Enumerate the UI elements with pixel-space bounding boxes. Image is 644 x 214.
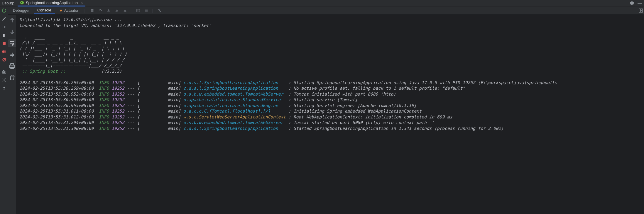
tab-console[interactable]: Console: [34, 7, 55, 14]
console-action-gutter: [8, 15, 16, 214]
evaluate-icon[interactable]: [135, 7, 141, 14]
svg-rect-15: [137, 9, 140, 12]
debug-tool-tabs: Debugger Console Actuator | | |: [8, 6, 644, 15]
svg-rect-18: [641, 11, 643, 12]
camera-icon[interactable]: [2, 69, 6, 74]
pin-icon[interactable]: [2, 86, 6, 91]
run-config-tab[interactable]: SpringbootLearningApplication ×: [18, 0, 85, 6]
debug-topbar: Debug: SpringbootLearningApplication × —: [0, 0, 644, 6]
rerun-icon[interactable]: [2, 8, 6, 13]
svg-point-12: [4, 79, 5, 81]
spring-leaf-icon: [20, 1, 24, 5]
console-output[interactable]: D:\tool\Java\jdk-17.0.9\bin\java.exe ...…: [16, 15, 644, 214]
svg-rect-16: [639, 9, 640, 12]
show-exec-point-icon[interactable]: [89, 7, 95, 14]
svg-rect-2: [3, 34, 4, 37]
up-stack-icon[interactable]: [8, 16, 16, 24]
svg-rect-4: [3, 42, 6, 45]
svg-rect-1: [3, 26, 3, 28]
svg-rect-17: [641, 9, 643, 10]
trace-icon[interactable]: [143, 7, 150, 14]
gear-icon[interactable]: [629, 1, 634, 6]
svg-rect-11: [3, 70, 4, 71]
debug-action-gutter: [0, 6, 8, 214]
stop-icon[interactable]: [2, 41, 6, 46]
modify-run-icon[interactable]: [2, 16, 6, 21]
minimize-icon[interactable]: —: [638, 1, 642, 6]
svg-point-0: [20, 1, 24, 4]
resume-icon[interactable]: [2, 25, 6, 29]
mute-breakpoints-icon[interactable]: [2, 57, 6, 62]
tab-debugger[interactable]: Debugger: [9, 7, 33, 14]
clear-icon[interactable]: [8, 74, 16, 81]
run-to-cursor-icon[interactable]: [122, 7, 128, 14]
debug-label: Debug:: [2, 1, 14, 5]
down-stack-icon[interactable]: [8, 28, 16, 36]
actuator-icon: [59, 9, 63, 13]
step-over-icon[interactable]: [97, 7, 104, 14]
tab-actuator[interactable]: Actuator: [55, 7, 82, 14]
close-icon[interactable]: ×: [81, 0, 83, 5]
layout-icon[interactable]: [638, 7, 644, 14]
soft-wrap-icon[interactable]: [8, 39, 16, 47]
pause-icon[interactable]: [2, 33, 6, 38]
svg-rect-20: [11, 64, 13, 65]
step-into-icon[interactable]: [105, 7, 112, 14]
settings-icon[interactable]: [2, 78, 6, 82]
reset-frame-icon[interactable]: [156, 7, 163, 14]
svg-rect-13: [107, 11, 110, 12]
scroll-end-icon[interactable]: [8, 51, 16, 59]
svg-rect-3: [4, 34, 5, 37]
run-config-tab-label: SpringbootLearningApplication: [26, 1, 78, 5]
svg-point-6: [4, 50, 6, 53]
svg-rect-14: [115, 11, 118, 12]
print-icon[interactable]: [8, 62, 16, 70]
view-breakpoints-icon[interactable]: [2, 49, 6, 54]
svg-point-10: [3, 72, 4, 73]
step-out-icon[interactable]: [114, 7, 120, 14]
